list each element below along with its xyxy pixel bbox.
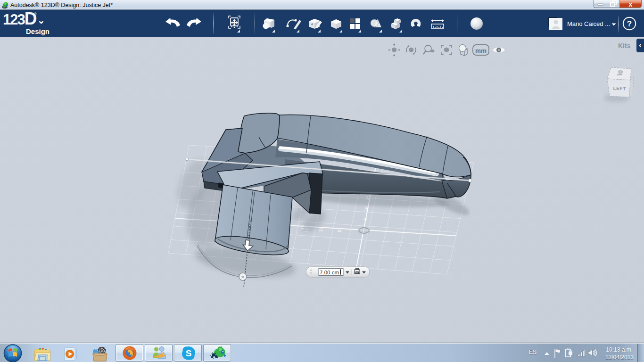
svg-text:mm: mm bbox=[475, 47, 487, 54]
svg-text:x: x bbox=[629, 0, 633, 8]
svg-text:LEFT: LEFT bbox=[613, 86, 626, 91]
svg-text:5: 5 bbox=[337, 230, 342, 233]
svg-text:S: S bbox=[186, 348, 192, 358]
svg-text:10: 10 bbox=[318, 226, 324, 232]
svg-text:5: 5 bbox=[363, 218, 368, 221]
svg-text:10: 10 bbox=[363, 206, 369, 212]
svg-text:7.00 cm: 7.00 cm bbox=[320, 270, 339, 275]
svg-text:?: ? bbox=[627, 19, 632, 28]
